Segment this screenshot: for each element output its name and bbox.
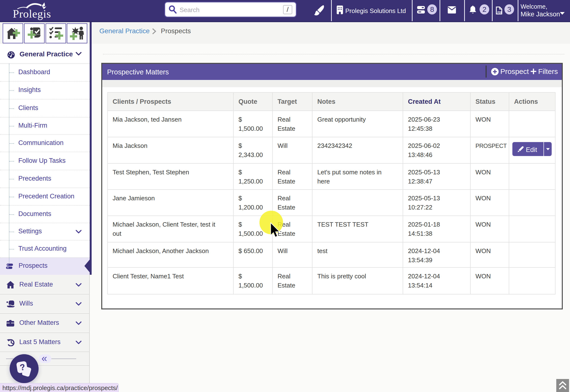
svg-text:PDF: PDF bbox=[497, 11, 502, 14]
